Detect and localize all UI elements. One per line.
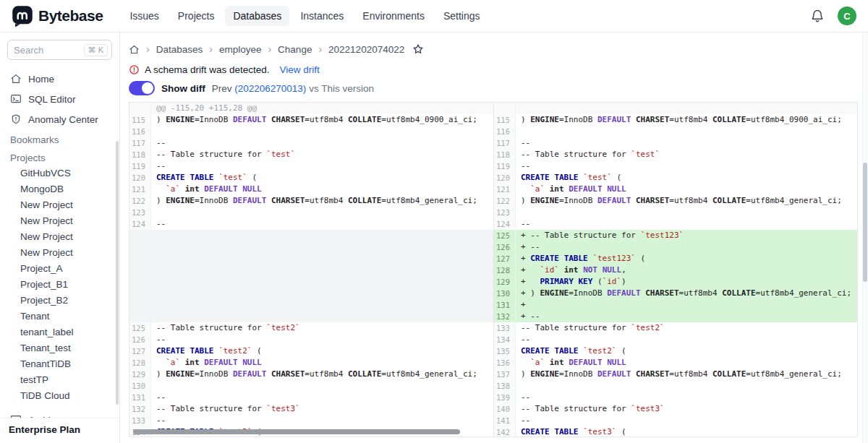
- diff-code: [151, 299, 493, 311]
- sidebar-project-new-project[interactable]: New Project: [0, 229, 119, 245]
- diff-line: 119--: [129, 160, 493, 172]
- diff-code: -- Table structure for `test2`: [151, 322, 493, 334]
- sidebar-project-testtp[interactable]: testTP: [0, 372, 119, 388]
- diff-code: [151, 311, 493, 322]
- diff-code: [151, 264, 493, 276]
- line-number: 117: [129, 137, 151, 149]
- line-number: 142: [494, 426, 516, 436]
- diff-code: ) ENGINE=InnoDB DEFAULT CHARSET=utf8mb4 …: [151, 114, 493, 126]
- nav-databases[interactable]: Databases: [225, 6, 289, 26]
- breadcrumb-separator: ›: [318, 43, 322, 55]
- sidebar-project-tenant-test[interactable]: Tenant_test: [0, 340, 119, 356]
- sidebar-project-new-project[interactable]: New Project: [0, 213, 119, 229]
- sidebar-project-project-a[interactable]: Project_A: [0, 261, 119, 277]
- sql-editor-icon: [10, 93, 22, 105]
- bookmark-star-icon[interactable]: [412, 43, 424, 55]
- topbar-right: C: [810, 7, 856, 25]
- diff-code: --: [151, 415, 493, 426]
- diff-code: [151, 230, 493, 241]
- line-number: 117: [494, 137, 516, 149]
- horizontal-scrollbar-thumb[interactable]: [133, 429, 460, 434]
- diff-line: 123: [129, 207, 493, 218]
- diff-code: --: [151, 160, 493, 172]
- nav-projects[interactable]: Projects: [170, 6, 223, 26]
- diff-code: -- Table structure for `test2`: [516, 322, 857, 334]
- breadcrumb-separator: ›: [209, 43, 213, 55]
- brand-logo-link[interactable]: Bytebase: [12, 5, 103, 27]
- line-number: [129, 241, 151, 253]
- diff-line: 130+ ) ENGINE=InnoDB DEFAULT CHARSET=utf…: [494, 288, 857, 299]
- sidebar-item-anomaly-center[interactable]: Anomaly Center: [0, 109, 119, 129]
- diff-code: -- Table structure for `test`: [516, 149, 857, 160]
- line-number: 123: [129, 207, 151, 218]
- diff-code: + `id` int NOT NULL,: [516, 264, 857, 276]
- line-number: 136: [494, 357, 516, 369]
- notification-bell-icon[interactable]: [810, 9, 825, 23]
- diff-line: 129) ENGINE=InnoDB DEFAULT CHARSET=utf8m…: [129, 369, 493, 380]
- sidebar-project-tenant-label[interactable]: tenant_label: [0, 324, 119, 340]
- sidebar-project-project-b2[interactable]: Project_B2: [0, 293, 119, 309]
- breadcrumb-item[interactable]: Change: [278, 44, 312, 55]
- line-number: 121: [494, 184, 516, 195]
- diff-code: [151, 207, 493, 218]
- breadcrumb-item[interactable]: 20221202074022: [328, 44, 404, 55]
- line-number: 118: [129, 149, 151, 160]
- diff-line: 141--: [494, 415, 857, 426]
- breadcrumb-item[interactable]: Databases: [156, 44, 203, 55]
- topbar: Bytebase IssuesProjectsDatabasesInstance…: [0, 0, 868, 33]
- sidebar-item-sql-editor[interactable]: SQL Editor: [0, 89, 119, 109]
- sidebar-project-project-b1[interactable]: Project_B1: [0, 277, 119, 293]
- line-number: [129, 288, 151, 299]
- sidebar-item-home[interactable]: Home: [0, 69, 119, 89]
- sidebar-scrollbar[interactable]: [116, 141, 119, 405]
- sidebar-project-new-project[interactable]: New Project: [0, 197, 119, 213]
- view-drift-link[interactable]: View drift: [280, 64, 320, 75]
- sidebar-project-tidb-cloud[interactable]: TiDB Cloud: [0, 388, 119, 404]
- nav-instances[interactable]: Instances: [292, 6, 352, 26]
- line-number: 122: [494, 195, 516, 207]
- sidebar-project-mongodb[interactable]: MongoDB: [0, 181, 119, 197]
- line-number: [129, 253, 151, 264]
- show-diff-toggle[interactable]: [129, 81, 155, 95]
- prev-version-link[interactable]: (202206270013): [234, 83, 306, 94]
- search-box[interactable]: ⌘ K: [7, 40, 112, 60]
- diff-line: 133-- Table structure for `test2`: [494, 322, 857, 334]
- bytebase-app: Bytebase IssuesProjectsDatabasesInstance…: [0, 0, 868, 443]
- nav-settings[interactable]: Settings: [435, 6, 488, 26]
- line-number: 124: [129, 218, 151, 230]
- diff-code: `a` int DEFAULT NULL: [516, 184, 857, 195]
- diff-code: --: [516, 137, 857, 149]
- user-avatar[interactable]: C: [838, 7, 856, 25]
- sidebar-project-githubvcs[interactable]: GitHubVCS: [0, 165, 119, 181]
- diff-line: 115) ENGINE=InnoDB DEFAULT CHARSET=utf8m…: [129, 114, 493, 126]
- sidebar-project-new-project[interactable]: New Project: [0, 245, 119, 261]
- line-number: 115: [129, 114, 151, 126]
- diff-code: --: [151, 218, 493, 230]
- home-icon[interactable]: [129, 44, 140, 55]
- search-input[interactable]: [14, 45, 79, 56]
- vertical-scrollbar-thumb[interactable]: [863, 163, 867, 282]
- diff-line: 131+: [494, 299, 857, 311]
- line-number: 127: [494, 253, 516, 264]
- vs-label: vs This version: [309, 83, 374, 94]
- nav-issues[interactable]: Issues: [122, 6, 166, 26]
- breadcrumb-item[interactable]: employee: [219, 44, 262, 55]
- diff-code: ) ENGINE=InnoDB DEFAULT CHARSET=utf8mb4 …: [516, 114, 857, 126]
- vertical-scrollbar-track[interactable]: [862, 33, 868, 443]
- diff-code: -- Table structure for `test`: [151, 149, 493, 160]
- line-number: 138: [494, 380, 516, 392]
- diff-code: + PRIMARY KEY (`id`): [516, 276, 857, 288]
- line-number: 122: [129, 195, 151, 207]
- line-number: 125: [129, 322, 151, 334]
- diff-controls: Show diff Prev (202206270013) vs This ve…: [129, 81, 858, 95]
- diff-code: [151, 253, 493, 264]
- diff-code: + --: [516, 311, 857, 322]
- diff-line: 117--: [494, 137, 857, 149]
- line-number: [129, 264, 151, 276]
- diff-line: [129, 288, 493, 299]
- sidebar-project-tenanttidb[interactable]: TenantTiDB: [0, 356, 119, 372]
- diff-line: 135CREATE TABLE `test2` (: [494, 345, 857, 357]
- nav-environments[interactable]: Environments: [354, 6, 433, 26]
- diff-line: 122) ENGINE=InnoDB DEFAULT CHARSET=utf8m…: [129, 195, 493, 207]
- sidebar-project-tenant[interactable]: Tenant: [0, 309, 119, 324]
